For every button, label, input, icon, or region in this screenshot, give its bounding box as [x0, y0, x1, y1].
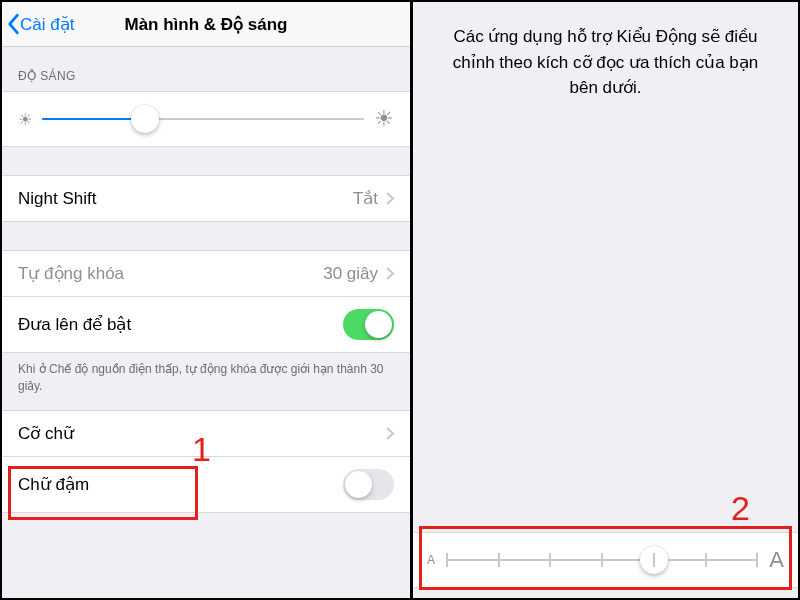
chevron-right-icon [386, 267, 394, 280]
tick-mark [756, 553, 758, 567]
bold-text-toggle[interactable] [343, 469, 394, 500]
raise-to-wake-toggle[interactable] [343, 309, 394, 340]
tick-mark [446, 553, 448, 567]
sun-small-icon: ☀ [18, 110, 32, 129]
auto-lock-label: Tự động khóa [18, 263, 124, 284]
low-power-footnote: Khi ở Chế độ nguồn điện thấp, tự động kh… [2, 353, 410, 410]
night-shift-row[interactable]: Night Shift Tắt [2, 175, 410, 222]
screen-display-brightness: Cài đặt Màn hình & Độ sáng ĐỘ SÁNG ☀ ☀ N… [2, 2, 413, 598]
text-size-label: Cỡ chữ [18, 423, 74, 444]
tick-mark [498, 553, 500, 567]
sun-large-icon: ☀ [374, 106, 394, 132]
letter-a-small-icon: A [427, 553, 435, 567]
switch-knob [365, 311, 392, 338]
raise-to-wake-label: Đưa lên để bật [18, 314, 131, 335]
brightness-fill [42, 118, 145, 120]
brightness-knob[interactable] [131, 105, 159, 133]
bold-text-label: Chữ đậm [18, 474, 89, 495]
text-size-row[interactable]: Cỡ chữ [2, 410, 410, 457]
dynamic-type-description: Các ứng dụng hỗ trợ Kiểu Động sẽ điều ch… [413, 2, 798, 101]
tick-mark [705, 553, 707, 567]
navbar: Cài đặt Màn hình & Độ sáng [2, 2, 410, 47]
tick-mark [601, 553, 603, 567]
brightness-header: ĐỘ SÁNG [2, 47, 410, 91]
back-label: Cài đặt [20, 14, 74, 35]
brightness-slider-row: ☀ ☀ [2, 91, 410, 147]
auto-lock-value: 30 giây [323, 264, 378, 284]
letter-a-large-icon: A [769, 547, 784, 573]
raise-to-wake-row: Đưa lên để bật [2, 297, 410, 353]
screen-text-size: Các ứng dụng hỗ trợ Kiểu Động sẽ điều ch… [413, 2, 798, 598]
text-size-slider[interactable] [447, 559, 757, 561]
auto-lock-row[interactable]: Tự động khóa 30 giây [2, 250, 410, 297]
annotation-label-2: 2 [731, 489, 750, 528]
switch-knob [345, 471, 372, 498]
night-shift-label: Night Shift [18, 189, 96, 209]
chevron-right-icon [386, 192, 394, 205]
text-size-slider-row: A A [413, 532, 798, 588]
tick-mark [549, 553, 551, 567]
chevron-right-icon [386, 427, 394, 440]
bold-text-row: Chữ đậm [2, 457, 410, 513]
night-shift-value: Tắt [353, 188, 378, 209]
chevron-left-icon [6, 13, 20, 35]
back-button[interactable]: Cài đặt [2, 13, 74, 35]
tick-mark [653, 553, 655, 567]
brightness-slider[interactable] [42, 118, 364, 120]
